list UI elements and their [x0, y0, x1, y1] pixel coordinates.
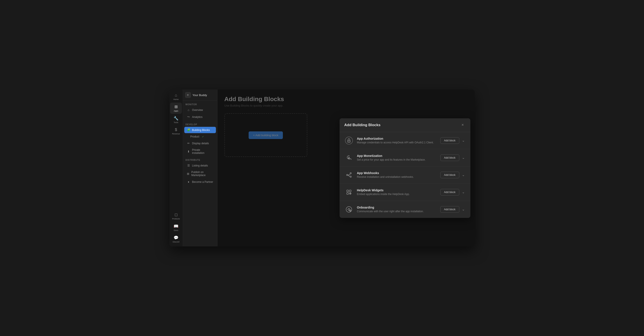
- block-actions-app-authorization: Add block ⌄: [440, 137, 466, 144]
- sidebar-item-display-details[interactable]: ✏ Display details: [184, 140, 216, 146]
- block-desc-helpdesk-widgets: Embed applications inside the HelpDesk A…: [357, 193, 437, 196]
- block-desc-app-monetization: Set a price for your app and its feature…: [357, 158, 437, 161]
- modal-close-button[interactable]: ×: [460, 122, 466, 128]
- block-actions-helpdesk-widgets: Add block ⌄: [440, 189, 466, 195]
- chevron-app-webhooks[interactable]: ⌄: [461, 172, 466, 178]
- section-monitor: MONITOR: [183, 101, 217, 107]
- block-desc-onboarding: Communicate with the user right after th…: [357, 210, 437, 213]
- app-header: + Your Buddy: [183, 89, 217, 101]
- discord-icon: 💬: [174, 235, 178, 240]
- partner-icon: ♦: [187, 180, 190, 183]
- chevron-helpdesk-widgets[interactable]: ⌄: [461, 189, 466, 195]
- onboarding-icon: [344, 205, 354, 214]
- add-block-btn-app-monetization[interactable]: Add block: [440, 154, 459, 161]
- block-info-helpdesk-widgets: HelpDesk Widgets Embed applications insi…: [357, 188, 437, 196]
- block-name-app-webhooks: App Webhooks: [357, 171, 437, 175]
- sidebar: ⌂ Home ⊞ Apps 🔧 Tools $ Revenue ◻ Produc…: [170, 89, 218, 247]
- new-app-button[interactable]: +: [185, 92, 191, 98]
- add-building-blocks-modal: Add Building Blocks ×: [340, 118, 470, 218]
- section-develop: DEVELOP: [183, 121, 217, 127]
- nav-icon-tools[interactable]: 🔧 Tools: [170, 114, 182, 125]
- app-monetization-icon: [344, 153, 354, 162]
- svg-point-12: [350, 210, 351, 211]
- sidebar-item-become-partner[interactable]: ♦ Become a Partner: [184, 179, 216, 185]
- chevron-onboarding[interactable]: ⌄: [461, 206, 466, 212]
- svg-point-5: [350, 176, 351, 177]
- private-install-icon: ⬇: [187, 150, 190, 153]
- publish-icon: ⊞: [187, 172, 190, 175]
- overview-icon: ⌂: [187, 108, 190, 112]
- nav-panel: + Your Buddy MONITOR ⌂ Overview 〜 Analyt…: [183, 89, 217, 247]
- main-content: Add Building Blocks Use Building Blocks …: [218, 89, 475, 247]
- add-block-btn-app-webhooks[interactable]: Add block: [440, 172, 459, 178]
- svg-point-11: [348, 209, 350, 210]
- nav-icons-column: ⌂ Home ⊞ Apps 🔧 Tools $ Revenue ◻ Produc…: [170, 89, 183, 247]
- svg-rect-7: [349, 190, 351, 192]
- modal-overlay: Add Building Blocks ×: [218, 89, 475, 247]
- app-authorization-icon: [344, 136, 354, 145]
- sidebar-item-analytics[interactable]: 〜 Analytics: [184, 113, 216, 120]
- block-name-helpdesk-widgets: HelpDesk Widgets: [357, 188, 437, 192]
- apps-icon: ⊞: [174, 104, 178, 109]
- block-actions-app-monetization: Add block ⌄: [440, 154, 466, 161]
- modal-title: Add Building Blocks: [344, 123, 380, 127]
- block-name-onboarding: Onboarding: [357, 206, 437, 209]
- block-actions-onboarding: Add block ⌄: [440, 206, 466, 213]
- chevron-app-monetization[interactable]: ⌄: [461, 155, 466, 161]
- svg-point-0: [345, 137, 353, 144]
- analytics-icon: 〜: [187, 115, 190, 119]
- block-info-onboarding: Onboarding Communicate with the user rig…: [357, 206, 437, 213]
- svg-point-10: [346, 207, 352, 212]
- home-icon: ⌂: [175, 93, 177, 98]
- app-name: Your Buddy: [192, 93, 207, 97]
- block-desc-app-authorization: Manage credentials to access HelpDesk AP…: [357, 141, 437, 144]
- nav-icon-products[interactable]: ◻ Products: [170, 211, 182, 222]
- add-block-btn-app-authorization[interactable]: Add block: [440, 137, 459, 144]
- block-item-app-monetization: App Monetization Set a price for your ap…: [340, 149, 470, 166]
- sidebar-item-product[interactable]: Product ✓: [184, 134, 216, 140]
- products-icon: ◻: [174, 212, 178, 217]
- block-info-app-monetization: App Monetization Set a price for your ap…: [357, 154, 437, 161]
- sidebar-item-publish-marketplace[interactable]: ⊞ Publish on Marketplace: [184, 169, 216, 178]
- nav-icon-discord[interactable]: 💬 Discord: [170, 234, 182, 245]
- block-actions-app-webhooks: Add block ⌄: [440, 172, 466, 178]
- product-check-icon: ✓: [202, 135, 204, 138]
- block-info-app-webhooks: App Webhooks Receive installation and un…: [357, 171, 437, 178]
- svg-point-3: [346, 174, 348, 176]
- display-details-icon: ✏: [187, 142, 190, 145]
- svg-rect-6: [347, 190, 348, 192]
- sidebar-item-private-installation[interactable]: ⬇ Private installation: [184, 147, 216, 156]
- sidebar-item-overview[interactable]: ⌂ Overview: [184, 107, 216, 113]
- add-block-btn-onboarding[interactable]: Add block: [440, 206, 459, 213]
- add-block-btn-helpdesk-widgets[interactable]: Add block: [440, 189, 459, 195]
- revenue-icon: $: [175, 127, 177, 132]
- helpdesk-widgets-icon: [344, 188, 354, 197]
- sidebar-item-listing-details[interactable]: ☰ Listing details: [184, 162, 216, 169]
- tools-icon: 🔧: [174, 116, 178, 121]
- chevron-app-authorization[interactable]: ⌄: [461, 137, 466, 143]
- block-item-helpdesk-widgets: HelpDesk Widgets Embed applications insi…: [340, 184, 470, 201]
- modal-body: App Authorization Manage credentials to …: [340, 132, 470, 218]
- building-blocks-icon: 🧩: [187, 128, 190, 132]
- app-frame: ⌂ Home ⊞ Apps 🔧 Tools $ Revenue ◻ Produc…: [170, 89, 475, 247]
- modal-header: Add Building Blocks ×: [340, 118, 470, 132]
- nav-icon-revenue[interactable]: $ Revenue: [170, 126, 182, 137]
- block-item-app-authorization: App Authorization Manage credentials to …: [340, 132, 470, 149]
- svg-point-2: [348, 141, 349, 142]
- block-name-app-monetization: App Monetization: [357, 154, 437, 158]
- svg-rect-8: [347, 193, 348, 194]
- svg-point-4: [350, 173, 351, 174]
- block-desc-app-webhooks: Receive installation and uninstallation …: [357, 175, 437, 178]
- block-item-onboarding: Onboarding Communicate with the user rig…: [340, 201, 470, 218]
- nav-icon-docs[interactable]: 📖 Docs: [170, 222, 182, 233]
- app-webhooks-icon: [344, 170, 354, 180]
- block-item-app-webhooks: App Webhooks Receive installation and un…: [340, 166, 470, 184]
- block-name-app-authorization: App Authorization: [357, 137, 437, 140]
- block-info-app-authorization: App Authorization Manage credentials to …: [357, 137, 437, 144]
- sidebar-item-building-blocks[interactable]: 🧩 Building Blocks: [184, 127, 216, 133]
- section-distribute: DISTRIBUTE: [183, 156, 217, 162]
- docs-icon: 📖: [174, 224, 178, 229]
- listing-icon: ☰: [187, 164, 190, 167]
- nav-icon-home[interactable]: ⌂ Home: [170, 91, 182, 102]
- nav-icon-apps[interactable]: ⊞ Apps: [170, 103, 182, 114]
